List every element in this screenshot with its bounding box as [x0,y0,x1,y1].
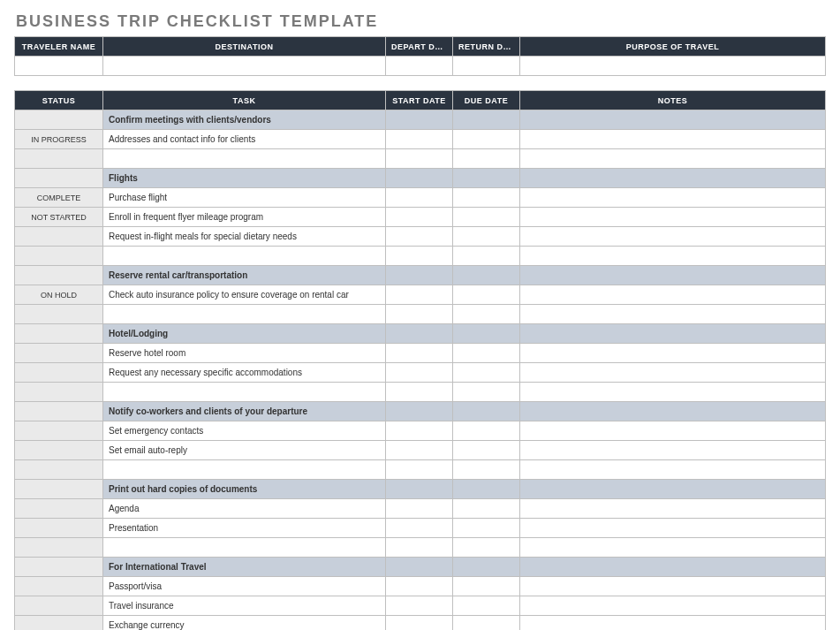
cell-due [453,383,520,402]
cell-due[interactable] [453,421,520,441]
cell-notes[interactable] [520,208,826,227]
cell-due[interactable] [453,499,520,519]
cell-notes[interactable] [520,344,826,363]
cell-status[interactable] [15,441,103,460]
cell-due[interactable] [453,577,520,596]
cell-status[interactable]: NOT STARTED [15,208,103,227]
cell-start[interactable] [386,441,453,460]
cell-due[interactable] [453,188,520,208]
cell-start[interactable] [386,208,453,227]
cell-due[interactable] [453,227,520,247]
cell-start[interactable] [386,519,453,538]
cell-task[interactable]: Presentation [103,519,386,538]
cell-start[interactable] [386,363,453,383]
cell-notes [520,266,826,285]
cell-task[interactable]: Purchase flight [103,188,386,208]
info-cell-purpose[interactable] [520,57,826,76]
info-cell-dest[interactable] [103,57,386,76]
cell-status [15,324,103,344]
cell-due[interactable] [453,519,520,538]
cell-notes [520,558,826,577]
cell-task [103,247,386,266]
cell-notes[interactable] [520,285,826,305]
cell-notes[interactable] [520,441,826,460]
cell-notes[interactable] [520,499,826,519]
cell-notes[interactable] [520,227,826,247]
cell-status[interactable]: ON HOLD [15,285,103,305]
cell-status[interactable] [15,616,103,631]
cell-due[interactable] [453,285,520,305]
table-row [15,538,826,558]
cell-status[interactable] [15,421,103,441]
info-header-depart: DEPART DATE [386,37,453,57]
cell-status[interactable] [15,499,103,519]
cell-task[interactable]: Set email auto-reply [103,441,386,460]
cell-task[interactable]: Travel insurance [103,596,386,616]
cell-start[interactable] [386,577,453,596]
cell-status [15,480,103,499]
cell-task[interactable]: Check auto insurance policy to ensure co… [103,285,386,305]
cell-notes[interactable] [520,616,826,631]
info-cell-depart[interactable] [386,57,453,76]
cell-start[interactable] [386,616,453,631]
cell-task[interactable]: Reserve hotel room [103,344,386,363]
cell-start[interactable] [386,344,453,363]
cell-task[interactable]: Request any necessary specific accommoda… [103,363,386,383]
cell-notes[interactable] [520,519,826,538]
cell-status[interactable] [15,519,103,538]
cell-notes[interactable] [520,596,826,616]
cell-due[interactable] [453,344,520,363]
cell-status[interactable] [15,363,103,383]
cell-start[interactable] [386,227,453,247]
cell-task: Print out hard copies of documents [103,480,386,499]
cell-start[interactable] [386,421,453,441]
cell-start[interactable] [386,285,453,305]
cell-status[interactable]: COMPLETE [15,188,103,208]
cell-status[interactable] [15,344,103,363]
cell-start[interactable] [386,130,453,149]
cell-notes[interactable] [520,421,826,441]
table-row: Reserve rental car/transportation [15,266,826,285]
cell-status[interactable] [15,227,103,247]
info-cell-return[interactable] [453,57,520,76]
cell-due[interactable] [453,616,520,631]
cell-task[interactable]: Addresses and contact info for clients [103,130,386,149]
cell-start[interactable] [386,188,453,208]
table-row [15,149,826,169]
cell-due [453,558,520,577]
cell-due[interactable] [453,363,520,383]
cell-status[interactable] [15,596,103,616]
cell-task[interactable]: Passport/visa [103,577,386,596]
table-row: Print out hard copies of documents [15,480,826,499]
table-row [15,460,826,480]
cell-status [15,305,103,324]
info-cell-name[interactable] [15,57,103,76]
cell-notes[interactable] [520,130,826,149]
cell-task[interactable]: Agenda [103,499,386,519]
cell-status[interactable]: IN PROGRESS [15,130,103,149]
cell-status [15,247,103,266]
cell-start [386,110,453,130]
cell-task[interactable]: Request in-flight meals for special diet… [103,227,386,247]
cell-notes[interactable] [520,363,826,383]
cell-start[interactable] [386,499,453,519]
cell-task[interactable]: Exchange currency [103,616,386,631]
info-header-return: RETURN DATE [453,37,520,57]
cell-due[interactable] [453,130,520,149]
cell-notes [520,305,826,324]
cell-due[interactable] [453,596,520,616]
cell-start [386,402,453,421]
cell-start [386,383,453,402]
cell-task[interactable]: Enroll in frequent flyer mileage program [103,208,386,227]
table-row: IN PROGRESSAddresses and contact info fo… [15,130,826,149]
cell-status[interactable] [15,577,103,596]
cell-start[interactable] [386,596,453,616]
cell-due[interactable] [453,441,520,460]
table-row: Notify co-workers and clients of your de… [15,402,826,421]
cell-due [453,460,520,480]
cell-notes[interactable] [520,577,826,596]
cell-notes[interactable] [520,188,826,208]
cell-due[interactable] [453,208,520,227]
cell-task[interactable]: Set emergency contacts [103,421,386,441]
table-row: Set email auto-reply [15,441,826,460]
